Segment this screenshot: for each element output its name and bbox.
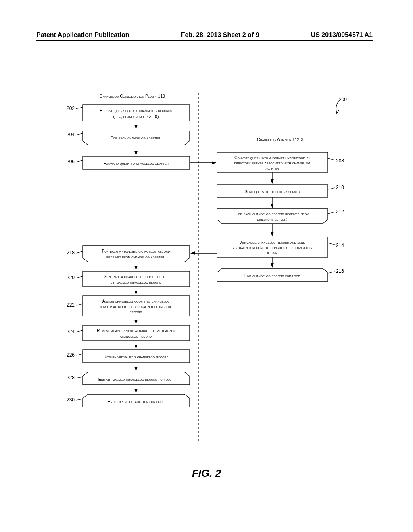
num-224: 224 (67, 329, 75, 335)
num-222: 222 (67, 302, 75, 308)
box-212-line2: directory server: (257, 217, 287, 222)
svg-line-12 (76, 330, 83, 332)
box-204-text: For each changelog adapter: (111, 135, 161, 140)
box-220-line2: virtualized changelog record (111, 280, 161, 285)
box-222-line1: Assign changelog cookie to changelog (102, 299, 170, 303)
svg-line-6 (76, 251, 83, 253)
num-206: 206 (67, 159, 75, 164)
svg-line-18 (76, 399, 83, 400)
figure-label: FIG. 2 (0, 467, 413, 480)
num-228: 228 (67, 375, 75, 380)
box-208-line3: adapter (265, 166, 279, 170)
box-222-line2: number attribute of virtualized changelo… (100, 304, 172, 309)
box-228-text: End virtualized changelog record for loo… (98, 377, 174, 382)
num-210: 210 (336, 185, 344, 190)
svg-line-21 (328, 188, 335, 189)
page: Patent Application Publication Feb. 28, … (0, 0, 413, 532)
box-222-line3: record (130, 309, 142, 314)
num-226: 226 (67, 352, 75, 358)
page-header: Patent Application Publication Feb. 28, … (36, 31, 373, 41)
svg-line-25 (328, 243, 335, 245)
box-220-line1: Generate a changelog cookie for the (104, 274, 169, 279)
box-224-line2: changelog record (120, 334, 152, 339)
box-210-text: Send query to directory server (244, 189, 300, 194)
box-224-line1: Remove adapter name attribute of virtual… (97, 328, 175, 333)
num-218: 218 (67, 250, 75, 256)
box-216-text: End changelog record for loop (244, 273, 300, 278)
box-230-text: End changelog adapter for loop (108, 399, 165, 404)
svg-line-4 (76, 160, 83, 162)
header-center: Feb. 28, 2013 Sheet 2 of 9 (181, 31, 259, 39)
svg-line-23 (328, 212, 335, 214)
svg-line-8 (76, 276, 83, 278)
svg-line-19 (328, 158, 335, 160)
header-right: US 2013/0054571 A1 (311, 31, 373, 39)
num-202: 202 (67, 106, 75, 111)
num-230: 230 (67, 397, 75, 403)
svg-line-2 (76, 133, 83, 135)
box-214-line3: plugin (267, 250, 277, 255)
num-204: 204 (67, 132, 75, 137)
box-212-line1: For each changelog record received from (236, 211, 309, 216)
box-214-line1: Virtualize changelog record and send (239, 240, 305, 245)
svg-line-16 (76, 377, 83, 378)
box-218-line2: received from changelog adapter: (106, 254, 165, 259)
box-206-text: Forward query to changelog adapter (103, 161, 169, 166)
box-208-line2: directory server associated with changel… (234, 160, 311, 165)
box-202-line1: Receive query for all changelog records (100, 108, 172, 113)
box-214-line2: virtualized record to consolidated chang… (233, 245, 312, 250)
box-218-line1: For each virtualized changelog record (102, 249, 170, 254)
svg-line-0 (76, 107, 83, 109)
left-column-title: Changelog Consolidation Plugin 110 (100, 94, 165, 98)
right-column-title: Changelog Adapter 112-X (257, 137, 304, 142)
num-212: 212 (336, 209, 344, 214)
num-214: 214 (336, 243, 344, 248)
svg-line-28 (328, 272, 335, 273)
svg-line-10 (76, 304, 83, 305)
box-208-line1: Convert query into a format understood b… (234, 155, 311, 160)
box-226-text: Return virtualized changelog record (104, 354, 169, 359)
box-202-line2: (e.g., changenumber >= 0) (113, 114, 159, 119)
num-208: 208 (336, 158, 344, 164)
num-220: 220 (67, 275, 75, 281)
header-left: Patent Application Publication (36, 31, 129, 39)
flowchart-diagram: Changelog Consolidation Plugin 110 Chang… (56, 93, 359, 447)
num-216: 216 (336, 268, 344, 274)
svg-line-14 (76, 354, 83, 355)
pointer-200-label: 200 (339, 97, 347, 102)
